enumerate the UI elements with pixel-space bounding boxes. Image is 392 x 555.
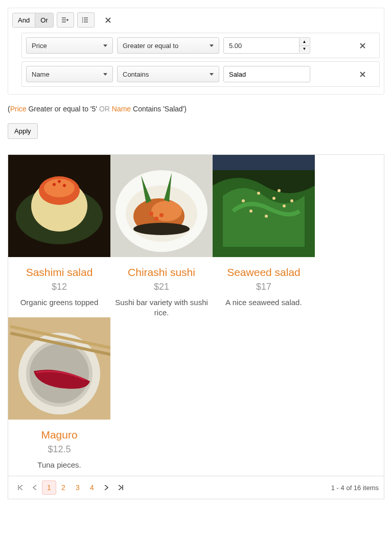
product-image — [8, 317, 110, 420]
svg-point-24 — [265, 215, 268, 218]
product-price: $12 — [8, 282, 110, 292]
product-image — [110, 155, 213, 257]
filter-row: Name Contains — [21, 61, 380, 87]
spin-up-button[interactable]: ▲ — [299, 38, 309, 46]
value-number-input[interactable]: 5.00 ▲ ▼ — [223, 37, 310, 54]
product-price: $21 — [110, 282, 213, 292]
page-number[interactable]: 2 — [56, 480, 71, 495]
add-group-button[interactable] — [77, 12, 95, 28]
expr-text: Greater or equal to '5' — [27, 105, 99, 113]
field-dropdown[interactable]: Name — [26, 66, 113, 82]
product-card: Sashimi salad $12 Organic greens topped — [8, 155, 110, 317]
pager: 1 2 3 4 1 - 4 of 16 items — [8, 476, 384, 499]
expr-field: Name — [110, 105, 131, 113]
operator-dropdown[interactable]: Contains — [117, 66, 219, 82]
filter-toolbar: And Or — [12, 12, 380, 28]
product-price: $17 — [213, 282, 315, 292]
svg-point-15 — [159, 213, 164, 217]
value-text-input[interactable] — [223, 66, 310, 82]
expr-or: OR — [99, 105, 110, 113]
product-card: Chirashi sushi $21 Sushi bar variety wit… — [110, 155, 213, 317]
svg-point-6 — [63, 184, 66, 187]
page-number[interactable]: 4 — [85, 480, 99, 495]
product-title: Sashimi salad — [8, 266, 110, 279]
product-description: Sushi bar variety with sushi rice. — [110, 297, 213, 317]
svg-point-13 — [149, 212, 153, 216]
first-page-button[interactable] — [13, 480, 28, 495]
svg-point-14 — [154, 217, 158, 221]
product-description: Organic greens topped — [8, 297, 110, 308]
svg-point-26 — [290, 199, 293, 202]
filter-row: Price Greater or equal to 5.00 ▲ ▼ — [21, 33, 380, 58]
logic-toggle-group: And Or — [12, 13, 54, 28]
svg-point-19 — [242, 199, 245, 202]
results-panel: Sashimi salad $12 Organic greens topped … — [8, 154, 384, 499]
expr-field: Price — [10, 105, 27, 113]
value-number-text: 5.00 — [229, 42, 242, 50]
product-price: $12.5 — [8, 444, 110, 455]
product-title: Maguro — [8, 429, 110, 441]
apply-button[interactable]: Apply — [8, 123, 38, 139]
product-title: Seaweed salad — [213, 266, 315, 279]
svg-point-21 — [272, 197, 275, 200]
page-number[interactable]: 1 — [42, 480, 56, 495]
results-scroll[interactable]: Sashimi salad $12 Organic greens topped … — [8, 155, 384, 476]
number-spinner: ▲ ▼ — [299, 38, 309, 53]
product-description: Tuna pieces. — [8, 460, 110, 470]
product-title: Chirashi sushi — [110, 266, 213, 279]
pager-info: 1 - 4 of 16 items — [331, 484, 379, 492]
close-group-button[interactable] — [101, 12, 116, 28]
svg-point-23 — [249, 210, 252, 213]
svg-point-16 — [133, 223, 190, 235]
product-card: Maguro $12.5 Tuna pieces. — [8, 317, 110, 470]
and-toggle[interactable]: And — [13, 13, 35, 27]
remove-filter-button[interactable] — [360, 38, 375, 53]
svg-point-25 — [278, 189, 281, 192]
next-page-button[interactable] — [99, 480, 113, 495]
filter-expression-preview: (Price Greater or equal to '5' OR Name C… — [8, 105, 384, 113]
or-toggle[interactable]: Or — [35, 13, 53, 27]
spin-down-button[interactable]: ▼ — [299, 46, 309, 53]
product-image — [8, 155, 110, 257]
svg-point-20 — [257, 192, 260, 195]
product-description: A nice seaweed salad. — [213, 297, 315, 308]
svg-point-22 — [283, 204, 286, 207]
remove-filter-button[interactable] — [360, 66, 375, 82]
last-page-button[interactable] — [113, 480, 128, 495]
operator-dropdown[interactable]: Greater or equal to — [117, 37, 219, 54]
expr-text: Contains 'Salad') — [131, 105, 187, 113]
page-number[interactable]: 3 — [71, 480, 85, 495]
filter-builder: And Or Price Greater or equal to 5.00 ▲ … — [8, 8, 384, 95]
product-image — [213, 155, 315, 257]
add-expression-button[interactable] — [57, 12, 74, 28]
svg-rect-18 — [213, 155, 315, 170]
product-card: Seaweed salad $17 A nice seaweed salad. — [213, 155, 315, 317]
results-grid: Sashimi salad $12 Organic greens topped … — [8, 155, 384, 470]
field-dropdown[interactable]: Price — [26, 37, 113, 54]
svg-point-7 — [58, 180, 61, 183]
prev-page-button[interactable] — [28, 480, 42, 495]
svg-point-5 — [53, 183, 56, 186]
